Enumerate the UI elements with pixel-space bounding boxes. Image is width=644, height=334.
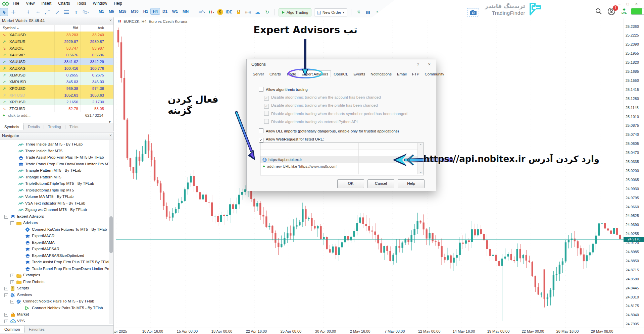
tree-item[interactable]: ExpertMAPSARSizeOptimized xyxy=(0,253,109,259)
tree-item[interactable]: −Expert Advisors xyxy=(0,213,109,220)
vertical-line-tool-button[interactable] xyxy=(24,8,32,16)
timeframe-m5[interactable]: M5 xyxy=(107,8,116,14)
market-row-xausnp[interactable]: ↗XAUSnP0.56760.5696 xyxy=(0,52,113,59)
sort-arrows-icon[interactable]: ⇅ xyxy=(355,8,362,16)
fibonacci-tool-button[interactable] xyxy=(63,8,70,16)
tree-item[interactable]: Trade Panel Prop Firm DrawDown Limiter P… xyxy=(0,266,109,272)
market-row-xauxag[interactable]: ↗XAUXAG100.416100.776 xyxy=(0,65,113,72)
sync-icon[interactable]: ↻ xyxy=(263,8,271,16)
dialog-tab-ftp[interactable]: FTP xyxy=(409,70,422,77)
collapse-icon[interactable]: − xyxy=(10,300,14,303)
timeframe-mn[interactable]: MN xyxy=(181,8,191,14)
tree-item[interactable]: TripleBottom&TripleTop MT5 xyxy=(0,187,109,194)
collapse-icon[interactable]: − xyxy=(10,221,14,225)
timeframe-m1[interactable]: M1 xyxy=(97,8,106,14)
tree-item[interactable]: +Scripts xyxy=(0,285,109,292)
search-icon[interactable] xyxy=(595,8,602,15)
checkbox-1[interactable]: ✓Disable algorithmic trading when the ac… xyxy=(264,95,381,100)
pause-icon[interactable]: ▮▮ xyxy=(364,8,372,16)
tab-favorites[interactable]: Favorites xyxy=(25,326,49,333)
tab-details[interactable]: Details xyxy=(24,123,44,130)
new-order-button[interactable]: New Order▾ xyxy=(314,8,347,16)
tab-common[interactable]: Common xyxy=(0,325,24,333)
timeframe-m15[interactable]: M15 xyxy=(117,8,128,14)
market-watch-header[interactable]: Symbol ▲ Bid Ask xyxy=(0,25,113,32)
dialog-tab-server[interactable]: Server xyxy=(250,70,267,77)
dialog-tab-trade[interactable]: Trade xyxy=(284,70,299,77)
close-icon[interactable]: × xyxy=(109,18,112,23)
currency-icon[interactable]: $ xyxy=(217,9,223,15)
webrequest-url-list[interactable]: https://api.nobitex.ir +add new URL like… xyxy=(260,143,424,175)
minimize-button[interactable]: – xyxy=(618,2,621,6)
checkbox-unchecked-icon[interactable] xyxy=(259,87,263,92)
collapse-icon[interactable]: − xyxy=(4,293,8,297)
tree-item[interactable]: Volume MA MT5 - By TFLab xyxy=(0,193,109,200)
checkbox-unchecked-icon[interactable] xyxy=(259,128,263,133)
horizontal-line-tool-button[interactable] xyxy=(34,8,42,16)
checkbox-checked-icon[interactable]: ✓ xyxy=(264,104,269,109)
tree-item[interactable]: TripleBottom&TripleTop MT5 - By TFLab xyxy=(0,180,109,187)
tab-ticks[interactable]: Ticks xyxy=(65,123,82,130)
dialog-tab-email[interactable]: Email xyxy=(394,70,409,77)
menu-file[interactable]: File xyxy=(9,0,22,7)
timeframe-h1[interactable]: H1 xyxy=(141,8,150,14)
checkbox-3[interactable]: Disable algorithmic trading when the cha… xyxy=(264,111,407,116)
tree-item[interactable]: Triangle Pattern MT5 - By TFLab xyxy=(0,167,109,174)
tree-item[interactable]: ExpertMAMA xyxy=(0,239,109,246)
algo-trading-button[interactable]: Algo Trading xyxy=(279,8,311,16)
tree-item[interactable]: Triangle Pattern MT5 xyxy=(0,174,109,181)
column-symbol[interactable]: Symbol ▲ xyxy=(3,26,19,30)
expand-icon[interactable]: + xyxy=(4,320,8,323)
tree-item[interactable]: −Connect Nobitex Pairs To MT5 - By TFlab xyxy=(0,298,109,305)
url-list-scrollbar[interactable]: ⌃ ⌄ xyxy=(417,143,424,174)
navigator-scrollbar[interactable] xyxy=(109,140,113,324)
expand-icon[interactable]: + xyxy=(10,274,14,277)
url-list-row[interactable]: https://api.nobitex.ir xyxy=(260,156,417,163)
expand-icon[interactable]: + xyxy=(10,280,14,284)
checkbox-5[interactable]: Allow DLL imports (potentially dangerous… xyxy=(259,128,399,134)
tab-symbols[interactable]: Symbols xyxy=(0,123,23,130)
cancel-button[interactable]: Cancel xyxy=(367,179,394,188)
menu-charts[interactable]: Charts xyxy=(55,0,73,7)
expand-icon[interactable]: + xyxy=(4,313,8,317)
tree-item[interactable]: Connect Nobitex Pairs To MT5 - By TFlab xyxy=(0,305,109,312)
checkbox-checked-icon[interactable]: ✓ xyxy=(259,138,263,143)
timeframe-m30[interactable]: M30 xyxy=(129,8,140,14)
checkbox-unchecked-icon[interactable] xyxy=(264,111,269,116)
tree-item[interactable]: Trade Panel Prop Firm DrawDown Limiter P… xyxy=(0,161,109,168)
market-row-xpdusd[interactable]: ↗XPDUSD969.38974.38 xyxy=(0,85,113,92)
market-row-xaueur[interactable]: ↗XAUEUR2929.972930.87 xyxy=(0,38,113,45)
restore-button[interactable]: □ xyxy=(627,2,629,6)
market-row-xmrusd[interactable]: ↗XMRUSD345.03346.03 xyxy=(0,78,113,86)
tree-item[interactable]: −Services xyxy=(0,292,109,298)
market-row-xptusd[interactable]: ↗XPTUSD1052.631058.63 xyxy=(0,92,113,99)
dialog-tab-opencl[interactable]: OpenCL xyxy=(331,70,351,77)
close-icon[interactable]: × xyxy=(428,62,431,67)
tree-item[interactable]: −Advisors xyxy=(0,220,109,226)
chart-type-icon[interactable]: ▾ xyxy=(198,8,205,16)
camera-icon[interactable] xyxy=(467,8,479,17)
close-button[interactable]: × xyxy=(635,2,638,6)
tree-item[interactable]: Trade Assist Prop Firm Plus TF MT5 By TF… xyxy=(0,154,109,161)
shapes-tool-button[interactable]: ▾ xyxy=(82,8,89,16)
lock-icon[interactable] xyxy=(235,8,242,16)
dialog-tab-notifications[interactable]: Notifications xyxy=(368,70,394,77)
checkbox-4[interactable]: Disable algorithmic trading via external… xyxy=(264,119,358,124)
cursor-tool-button[interactable] xyxy=(0,8,8,16)
url-add-row[interactable]: +add new URL like 'https://www.mql5.com' xyxy=(260,163,417,170)
timeframe-w1[interactable]: W1 xyxy=(170,8,180,14)
tree-item[interactable]: Three Inside Bar MT5 - By TFLab xyxy=(0,141,109,148)
tree-item[interactable]: +Examples xyxy=(0,272,109,279)
dialog-tab-events[interactable]: Events xyxy=(351,70,368,77)
scroll-up-icon[interactable]: ⌃ xyxy=(418,144,424,147)
tree-item[interactable]: Zigzag ws Channel MT5 - By TFLab xyxy=(0,207,109,213)
menu-tools[interactable]: Tools xyxy=(73,0,90,7)
tab-trading[interactable]: Trading xyxy=(44,123,65,130)
tree-item[interactable]: ExpertMAPSAR xyxy=(0,246,109,253)
help-icon[interactable]: ? xyxy=(417,62,419,67)
menu-insert[interactable]: Insert xyxy=(38,0,55,7)
tree-item[interactable]: ExpertMACD xyxy=(0,233,109,239)
checkbox-2[interactable]: ✓Disable algorithmic trading when the pr… xyxy=(264,103,378,108)
close-icon[interactable]: × xyxy=(109,133,112,138)
collapse-icon[interactable]: − xyxy=(4,215,8,219)
